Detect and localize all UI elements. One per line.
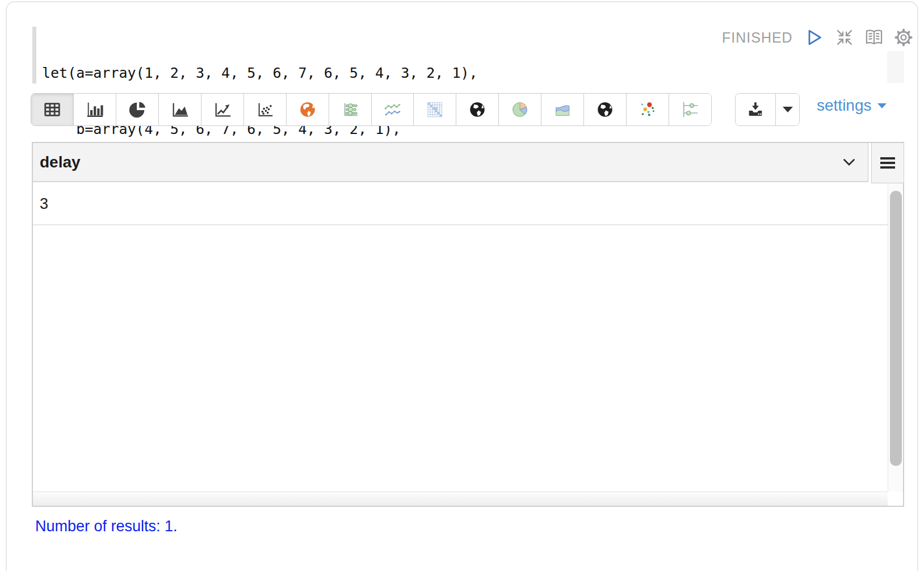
collapse-output-icon bbox=[836, 29, 853, 46]
zeppelin-paragraph-page: let(a=array(1, 2, 3, 4, 5, 6, 7, 6, 5, 4… bbox=[0, 0, 924, 571]
run-button[interactable] bbox=[804, 27, 826, 48]
table-cell-delay: 3 bbox=[40, 195, 48, 213]
table-view-button[interactable] bbox=[31, 94, 73, 125]
result-table: delay 3 bbox=[32, 142, 904, 507]
area-chart-icon bbox=[170, 100, 190, 119]
globe-chart-button[interactable] bbox=[456, 94, 498, 125]
paragraph-controls: FINISHED bbox=[722, 25, 914, 50]
area-chart-button[interactable] bbox=[158, 94, 201, 125]
scatter-color-chart-button[interactable] bbox=[626, 94, 669, 125]
scatter-chart-icon bbox=[255, 100, 275, 119]
code-line-1: let(a=array(1, 2, 3, 4, 5, 6, 7, 6, 5, 4… bbox=[42, 64, 478, 82]
caret-down-icon bbox=[783, 107, 793, 112]
settings-caret-icon bbox=[877, 103, 887, 108]
table-vertical-scrollbar[interactable] bbox=[888, 183, 903, 492]
bar-chart-button[interactable] bbox=[73, 94, 116, 125]
settings-toggle[interactable]: settings bbox=[817, 96, 887, 115]
pie-chart-icon bbox=[127, 100, 148, 119]
bubble-chart-icon bbox=[340, 100, 360, 119]
bubble-chart-button[interactable] bbox=[329, 94, 371, 125]
paragraph-settings-button[interactable] bbox=[893, 27, 914, 48]
download-options-button[interactable] bbox=[776, 94, 799, 125]
table-icon bbox=[42, 100, 62, 119]
download-group bbox=[735, 93, 800, 126]
line-chart-button[interactable] bbox=[201, 94, 243, 125]
editor-gutter bbox=[32, 27, 36, 83]
collapse-output-button[interactable] bbox=[834, 27, 855, 48]
matrix-chart-button[interactable] bbox=[413, 94, 456, 125]
pie-chart-color-icon bbox=[510, 100, 530, 119]
pie-color-chart-button[interactable] bbox=[498, 94, 541, 125]
multi-line-chart-button[interactable] bbox=[371, 94, 414, 125]
line-chart-icon bbox=[212, 100, 233, 119]
table-horizontal-scrollbar[interactable] bbox=[33, 492, 888, 506]
globe-dark-2-icon bbox=[595, 100, 615, 119]
editor-scrollbar[interactable] bbox=[887, 51, 904, 83]
stacked-area-chart-button[interactable] bbox=[541, 94, 583, 125]
scatter-color-icon bbox=[637, 100, 658, 119]
hamburger-menu-icon bbox=[880, 157, 896, 169]
vertical-scrollbar-thumb[interactable] bbox=[890, 191, 902, 466]
column-sort-chevron[interactable] bbox=[843, 158, 855, 169]
pie-chart-button[interactable] bbox=[116, 94, 158, 125]
map-chart-button[interactable] bbox=[286, 94, 329, 125]
show-editor-button[interactable] bbox=[863, 27, 885, 48]
results-count-text: Number of results: 1. bbox=[35, 518, 178, 535]
parallel-coordinates-icon bbox=[680, 100, 700, 119]
bar-chart-icon bbox=[85, 100, 105, 119]
table-menu-button[interactable] bbox=[871, 143, 904, 183]
gear-icon bbox=[894, 28, 913, 47]
parallel-coordinates-button[interactable] bbox=[669, 94, 711, 125]
globe-chart-2-button[interactable] bbox=[583, 94, 626, 125]
column-header-delay[interactable]: delay bbox=[33, 143, 868, 182]
table-row[interactable]: 3 bbox=[33, 183, 888, 225]
status-badge: FINISHED bbox=[722, 30, 793, 46]
download-icon bbox=[746, 100, 765, 119]
display-type-group bbox=[31, 93, 712, 126]
map-globe-orange-icon bbox=[297, 100, 318, 119]
column-header-label: delay bbox=[40, 153, 81, 171]
stacked-area-chart-icon bbox=[552, 100, 573, 119]
paragraph-card: let(a=array(1, 2, 3, 4, 5, 6, 7, 6, 5, 4… bbox=[6, 1, 918, 571]
download-button[interactable] bbox=[736, 94, 776, 125]
visualization-toolbar: settings bbox=[7, 93, 924, 126]
settings-label: settings bbox=[817, 96, 872, 115]
scatter-chart-button[interactable] bbox=[243, 94, 286, 125]
book-icon bbox=[865, 29, 883, 46]
globe-dark-icon bbox=[467, 100, 488, 119]
chevron-down-icon bbox=[843, 158, 855, 166]
matrix-chart-icon bbox=[425, 100, 445, 119]
run-icon bbox=[807, 29, 823, 46]
multi-line-chart-icon bbox=[382, 100, 402, 119]
